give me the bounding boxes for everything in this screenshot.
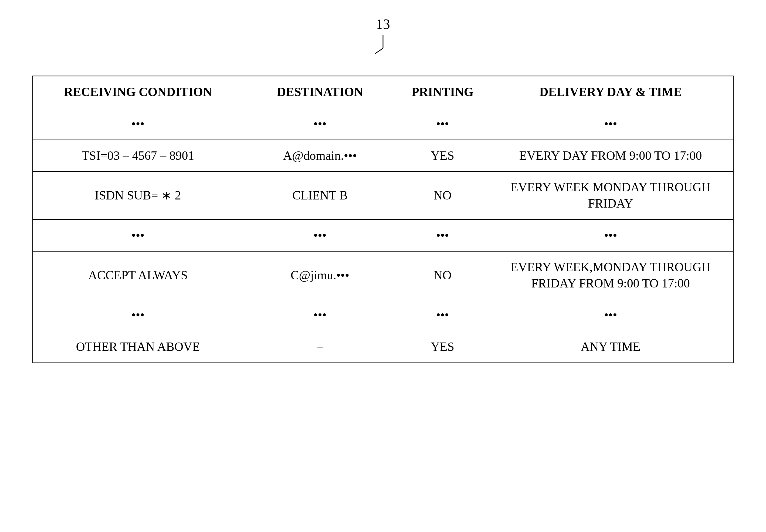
cell-destination-3: ••• — [243, 219, 397, 251]
cell-delivery-0: ••• — [488, 108, 733, 140]
cell-delivery-3: ••• — [488, 219, 733, 251]
header-receiving-condition: RECEIVING CONDITION — [33, 76, 243, 108]
cell-delivery-2: EVERY WEEK MONDAY THROUGH FRIDAY — [488, 171, 733, 219]
cell-receiving-5: ••• — [33, 299, 243, 331]
cell-printing-4: NO — [397, 251, 488, 299]
cell-receiving-3: ••• — [33, 219, 243, 251]
cell-delivery-1: EVERY DAY FROM 9:00 TO 17:00 — [488, 140, 733, 172]
table-header-row: RECEIVING CONDITION DESTINATION PRINTING… — [33, 76, 733, 108]
cell-receiving-4: ACCEPT ALWAYS — [33, 251, 243, 299]
table-row: TSI=03 – 4567 – 8901 A@domain.••• YES EV… — [33, 140, 733, 172]
cell-printing-0: ••• — [397, 108, 488, 140]
cell-receiving-0: ••• — [33, 108, 243, 140]
cell-receiving-1: TSI=03 – 4567 – 8901 — [33, 140, 243, 172]
cell-printing-6: YES — [397, 331, 488, 363]
page-number-area: 13 — [372, 16, 394, 55]
cell-destination-6: – — [243, 331, 397, 363]
cell-delivery-5: ••• — [488, 299, 733, 331]
table-wrapper: RECEIVING CONDITION DESTINATION PRINTING… — [32, 76, 734, 363]
page-number: 13 — [372, 16, 394, 32]
cell-printing-3: ••• — [397, 219, 488, 251]
table-row: OTHER THAN ABOVE – YES ANY TIME — [33, 331, 733, 363]
cell-destination-1: A@domain.••• — [243, 140, 397, 172]
table-row: ••• ••• ••• ••• — [33, 219, 733, 251]
cell-destination-2: CLIENT B — [243, 171, 397, 219]
header-destination: DESTINATION — [243, 76, 397, 108]
cell-receiving-6: OTHER THAN ABOVE — [33, 331, 243, 363]
routing-table: RECEIVING CONDITION DESTINATION PRINTING… — [32, 76, 734, 363]
cell-destination-4: C@jimu.••• — [243, 251, 397, 299]
table-row: ISDN SUB= ∗ 2 CLIENT B NO EVERY WEEK MON… — [33, 171, 733, 219]
header-printing: PRINTING — [397, 76, 488, 108]
cell-delivery-6: ANY TIME — [488, 331, 733, 363]
cell-destination-0: ••• — [243, 108, 397, 140]
cell-printing-2: NO — [397, 171, 488, 219]
table-row: ••• ••• ••• ••• — [33, 299, 733, 331]
svg-line-1 — [375, 48, 383, 54]
cell-printing-5: ••• — [397, 299, 488, 331]
header-delivery: DELIVERY DAY & TIME — [488, 76, 733, 108]
cell-receiving-2: ISDN SUB= ∗ 2 — [33, 171, 243, 219]
cell-printing-1: YES — [397, 140, 488, 172]
arrow-icon — [372, 33, 394, 55]
table-row: ACCEPT ALWAYS C@jimu.••• NO EVERY WEEK,M… — [33, 251, 733, 299]
cell-delivery-4: EVERY WEEK,MONDAY THROUGH FRIDAY FROM 9:… — [488, 251, 733, 299]
cell-destination-5: ••• — [243, 299, 397, 331]
arrow-container — [372, 33, 394, 55]
table-row: ••• ••• ••• ••• — [33, 108, 733, 140]
